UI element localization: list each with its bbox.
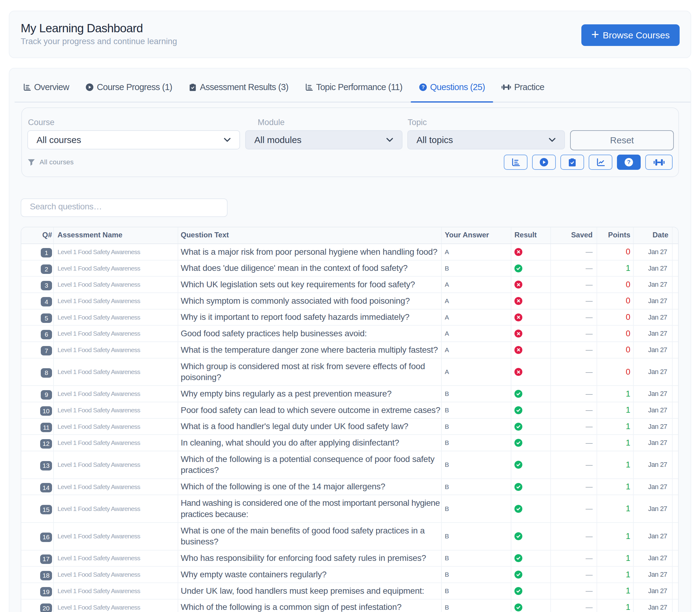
svg-text:?: ? [421, 84, 424, 90]
svg-text:?: ? [627, 159, 630, 165]
